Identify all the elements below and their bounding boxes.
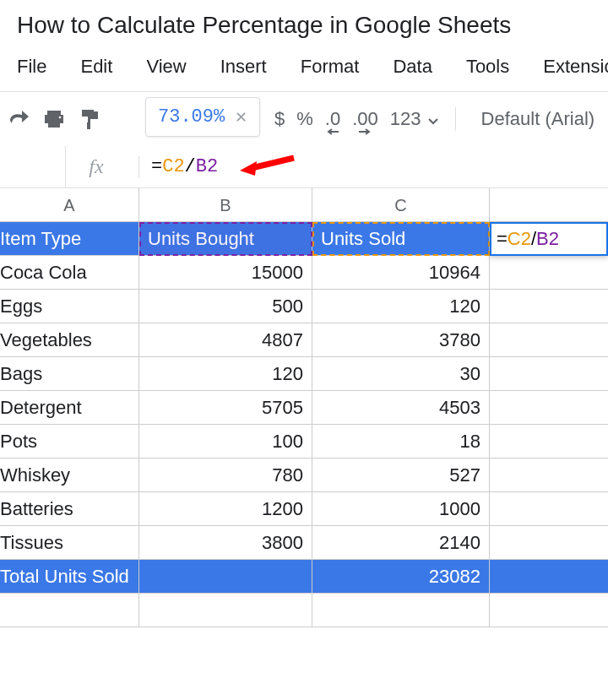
cell[interactable]: Batteries	[0, 492, 139, 525]
formula-ref-b2: B2	[196, 156, 218, 177]
cell[interactable]	[490, 459, 608, 491]
increase-decimal-button[interactable]: .00	[352, 108, 378, 130]
cell[interactable]	[0, 594, 139, 627]
cell[interactable]	[139, 560, 312, 593]
cell[interactable]: 15000	[139, 256, 312, 289]
header-units-sold[interactable]: Units Sold	[312, 222, 490, 255]
menu-tools[interactable]: Tools	[449, 51, 526, 83]
formula-result-tooltip: 73.09% ✕	[145, 97, 260, 137]
print-icon[interactable]	[42, 107, 66, 131]
cell[interactable]: 120	[139, 357, 312, 390]
cell[interactable]	[490, 526, 608, 559]
cell[interactable]: 3780	[312, 323, 490, 356]
formula-result-value: 73.09%	[158, 106, 225, 128]
fx-label: fx	[66, 155, 127, 178]
cell[interactable]	[490, 391, 608, 424]
table-header-row: Item Type Units Bought Units Sold Percen…	[0, 222, 608, 256]
cell[interactable]	[490, 323, 608, 356]
table-row	[0, 594, 608, 627]
percent-button[interactable]: %	[296, 108, 313, 130]
decrease-decimal-button[interactable]: .0	[325, 108, 340, 130]
formula-bar: fx =C2/B2	[0, 146, 608, 188]
toolbar-separator	[455, 107, 456, 131]
formula-input[interactable]: =C2/B2	[151, 156, 218, 177]
table-row: Tissues 3800 2140	[0, 526, 608, 560]
fx-separator	[138, 156, 139, 178]
cell[interactable]	[490, 256, 608, 289]
table-row: Whiskey 780 527	[0, 459, 608, 492]
col-header-b[interactable]: B	[139, 188, 312, 221]
cell[interactable]: 30	[312, 357, 490, 390]
table-row: Pots 100 18	[0, 425, 608, 459]
cell[interactable]	[490, 357, 608, 390]
redo-icon[interactable]	[7, 107, 30, 131]
col-header-c[interactable]: C	[312, 188, 490, 221]
cell[interactable]: Coca Cola	[0, 256, 139, 289]
cell[interactable]: 1200	[139, 492, 312, 525]
table-row: Eggs 500 120	[0, 290, 608, 323]
close-icon[interactable]: ✕	[235, 108, 247, 127]
table-row: Coca Cola 15000 10964	[0, 256, 608, 290]
cell[interactable]: Detergent	[0, 391, 139, 424]
cell[interactable]	[139, 594, 312, 627]
annotation-arrow-icon	[236, 155, 296, 180]
font-selector[interactable]: Default (Arial)	[481, 108, 594, 130]
table-row: Batteries 1200 1000	[0, 492, 608, 526]
menu-data[interactable]: Data	[376, 51, 448, 83]
total-value[interactable]: 23082	[312, 560, 490, 593]
name-box[interactable]	[0, 146, 66, 187]
cell[interactable]: 10964	[312, 256, 490, 289]
header-units-bought[interactable]: Units Bought	[139, 222, 312, 255]
formula-op: /	[185, 156, 196, 177]
cell[interactable]	[490, 425, 608, 458]
menu-view[interactable]: View	[129, 51, 203, 83]
cell[interactable]: Tissues	[0, 526, 139, 559]
menu-bar: File Edit View Insert Format Data Tools …	[0, 47, 608, 92]
formula-ref-c2: C2	[162, 156, 184, 177]
col-header-d[interactable]	[490, 188, 608, 221]
cell[interactable]: 2140	[312, 526, 490, 559]
cell[interactable]: 100	[139, 425, 312, 458]
menu-insert[interactable]: Insert	[204, 51, 284, 83]
formula-equals: =	[151, 156, 162, 177]
menu-file[interactable]: File	[0, 51, 63, 83]
cell[interactable]: 3800	[139, 526, 312, 559]
col-header-a[interactable]: A	[0, 188, 139, 221]
table-row: Bags 120 30	[0, 357, 608, 391]
header-item-type[interactable]: Item Type	[0, 222, 139, 255]
total-label[interactable]: Total Units Sold	[0, 560, 139, 593]
spreadsheet-grid[interactable]: A B C Item Type Units Bought Units Sold …	[0, 188, 608, 627]
cell[interactable]	[490, 560, 608, 593]
menu-format[interactable]: Format	[284, 51, 377, 83]
cell[interactable]: Pots	[0, 425, 139, 458]
cell[interactable]	[490, 290, 608, 323]
paint-format-icon[interactable]	[78, 107, 101, 131]
cell[interactable]: 500	[139, 290, 312, 323]
table-row: Vegetables 4807 3780	[0, 323, 608, 357]
cell[interactable]: 527	[312, 459, 490, 491]
menu-edit[interactable]: Edit	[63, 51, 129, 83]
table-row: Detergent 5705 4503	[0, 391, 608, 425]
cell[interactable]: 1000	[312, 492, 490, 525]
cell[interactable]: 5705	[139, 391, 312, 424]
cell[interactable]: Whiskey	[0, 459, 139, 491]
toolbar: 73.09% ✕ $ % .0 .00 123 Default (Arial)	[0, 92, 608, 146]
cell[interactable]	[490, 594, 608, 627]
menu-extensions[interactable]: Extensions	[526, 51, 608, 83]
cell[interactable]	[490, 492, 608, 525]
cell[interactable]: 4807	[139, 323, 312, 356]
currency-button[interactable]: $	[274, 108, 285, 130]
cell[interactable]: 18	[312, 425, 490, 458]
cell[interactable]	[312, 594, 490, 627]
header-percentage[interactable]: Percentage	[490, 222, 608, 255]
cell[interactable]: Vegetables	[0, 323, 139, 356]
cell[interactable]: 120	[312, 290, 490, 323]
table-total-row: Total Units Sold 23082	[0, 560, 608, 594]
cell[interactable]: 4503	[312, 391, 490, 424]
cell[interactable]: 780	[139, 459, 312, 491]
page-title: How to Calculate Percentage in Google Sh…	[0, 0, 608, 47]
cell[interactable]: Eggs	[0, 290, 139, 323]
cell[interactable]: Bags	[0, 357, 139, 390]
more-formats-button[interactable]: 123	[390, 108, 438, 130]
svg-point-0	[59, 117, 62, 119]
